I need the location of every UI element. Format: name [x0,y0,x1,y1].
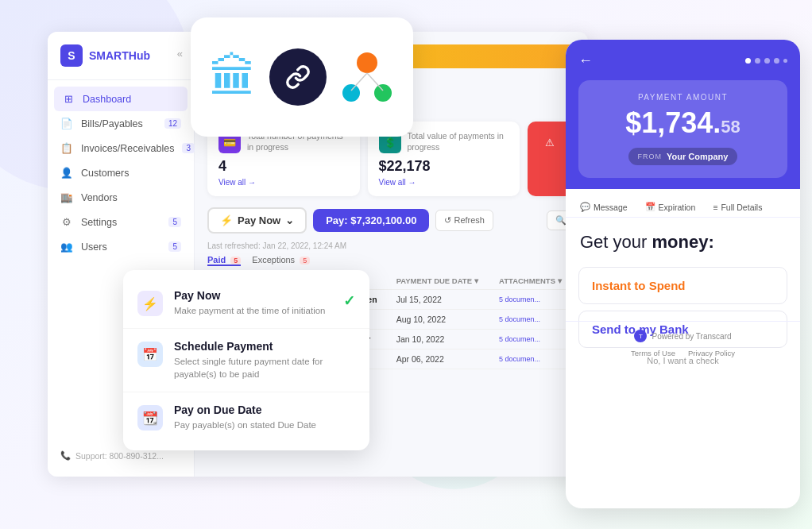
metric-value-count: 4 [218,158,349,175]
mobile-tabs: 💬 Message 📅 Expiration ≡ Full Details [566,189,800,218]
metric-value-value: $22,178 [379,158,509,175]
pay-now-check: ✓ [343,292,355,310]
pay-now-dropdown: ⚡ Pay Now Make payment at the time of in… [123,270,369,450]
sidebar-logo: S SMARTHub « [48,44,194,80]
customers-icon: 👤 [60,167,73,179]
vendors-icon: 🏬 [60,191,73,203]
phone-icon: 📞 [60,450,71,461]
message-icon: 💬 [580,202,590,212]
dot-4 [774,58,779,64]
footer-links: Terms of Use Privacy Policy [578,349,787,357]
filter-tabs: Paid 5 Exceptions 5 [207,255,575,266]
tab-full-details[interactable]: ≡ Full Details [706,197,768,217]
amount-cents: 58 [721,117,740,137]
pay-now-subtitle: Make payment at the time of initiation [174,304,332,317]
payment-amount-label: PAYMENT AMOUNT [591,93,775,102]
schedule-title: Schedule Payment [174,340,355,353]
due-date-icon: 📆 [137,405,163,431]
dot-5 [783,59,787,63]
toolbar-row: ⚡ Pay Now ⌄ Pay: $7,320,100.00 ↺ Refresh… [207,207,575,234]
logo-icon: S [60,44,83,67]
bills-icon: 📄 [60,118,73,129]
dropdown-item-schedule[interactable]: 📅 Schedule Payment Select single future … [123,329,369,392]
due-date-title: Pay on Due Date [174,404,355,416]
metric-link-count[interactable]: View all → [218,178,349,187]
dot-1 [745,58,751,64]
schedule-subtitle: Select single future payment date for pa… [174,355,355,380]
collapse-button[interactable]: « [177,48,183,60]
col-due: PAYMENT DUE DATE ▾ [392,272,494,290]
payment-option-instant[interactable]: Instant to Spend [578,267,787,304]
bills-badge: 12 [164,118,181,129]
settings-badge: 5 [168,217,181,227]
sidebar-item-bills[interactable]: 📄 Bills/Payables 12 [48,111,194,136]
mobile-body: 💬 Message 📅 Expiration ≡ Full Details Ge… [566,189,800,365]
icons-card: 🏛 [191,17,413,137]
amount-dollars: $1,734. [625,106,721,139]
metric-icon-exceptions: ⚠ [539,131,561,153]
dot-2 [755,58,760,64]
sidebar-item-settings[interactable]: ⚙ Settings 5 [48,210,194,234]
settings-icon: ⚙ [60,216,73,228]
metric-label-value: Total value of payments in progress [408,131,509,153]
svg-line-0 [351,73,367,91]
back-button[interactable]: ← [578,52,593,69]
table-meta: Last refreshed: Jan 22, 2022, 12:24 AM [207,241,575,250]
sidebar-item-customers[interactable]: 👤 Customers [48,160,194,185]
dropdown-item-due-date[interactable]: 📆 Pay on Due Date Pay payable(s) on stat… [123,392,369,442]
mobile-header: ← PAYMENT AMOUNT $1,734.58 FROM Your Com… [566,40,800,189]
logo-text: SMARTHub [89,49,150,62]
sidebar-item-dashboard[interactable]: ⊞ Dashboard [54,87,188,111]
users-badge: 5 [168,241,181,252]
get-money-title: Get your money: [566,218,800,261]
invoices-icon: 📋 [60,142,73,154]
users-icon: 👥 [60,241,73,253]
terms-link[interactable]: Terms of Use [631,349,675,357]
sidebar-nav: ⊞ Dashboard 📄 Bills/Payables 12 📋 Invoic… [48,80,194,265]
dropdown-chevron-icon: ⌄ [285,214,294,226]
bank-icon: 🏛 [209,50,257,105]
search-icon: 🔍 [555,215,566,226]
instant-label: Instant to Spend [592,279,774,292]
schedule-icon: 📅 [137,342,163,367]
powered-label: Powered by Transcard [652,332,731,341]
tab-message[interactable]: 💬 Message [574,197,634,217]
node-group [339,49,395,105]
mobile-payment-card: ← PAYMENT AMOUNT $1,734.58 FROM Your Com… [566,40,800,508]
transcard-icon: T [634,330,647,342]
pay-amount-button[interactable]: Pay: $7,320,100.00 [313,209,429,232]
link-circle-icon [269,48,327,106]
lightning-icon: ⚡ [220,214,233,226]
pay-now-button[interactable]: ⚡ Pay Now ⌄ [207,207,307,234]
from-label: FROM [638,153,663,160]
mobile-footer: T Powered by Transcard Terms of Use Priv… [566,321,800,365]
svg-line-1 [367,73,383,91]
filter-tab-paid[interactable]: Paid 5 [207,255,241,266]
dashboard-icon: ⊞ [62,93,75,105]
sidebar-item-invoices[interactable]: 📋 Invoices/Receivables 3 [48,136,194,160]
mobile-dots [745,58,787,64]
dot-3 [764,58,770,64]
expiration-icon: 📅 [645,202,655,212]
sidebar-item-vendors[interactable]: 🏬 Vendors [48,185,194,210]
col-attach: ATTACHMENTS ▾ [494,272,575,290]
from-badge: FROM Your Company [628,148,738,165]
powered-by: T Powered by Transcard [578,330,787,342]
sidebar-item-users[interactable]: 👥 Users 5 [48,234,194,259]
refresh-button[interactable]: ↺ Refresh [435,210,493,231]
filter-tab-exceptions[interactable]: Exceptions 5 [252,255,310,266]
payment-amount-value: $1,734.58 [591,106,775,140]
pay-now-icon: ⚡ [137,291,163,316]
due-date-subtitle: Pay payable(s) on stated Due Date [174,419,355,431]
metric-link-value[interactable]: View all → [379,178,509,187]
dropdown-item-pay-now[interactable]: ⚡ Pay Now Make payment at the time of in… [123,278,369,329]
payment-amount-card: PAYMENT AMOUNT $1,734.58 FROM Your Compa… [578,80,787,178]
mobile-nav-row: ← [578,52,787,69]
full-details-icon: ≡ [713,203,717,212]
node-lines [339,49,395,105]
tab-expiration[interactable]: 📅 Expiration [639,197,702,217]
from-company: Your Company [667,152,728,161]
privacy-link[interactable]: Privacy Policy [688,349,735,357]
invoices-badge: 3 [182,143,195,153]
pay-now-title: Pay Now [174,289,332,302]
